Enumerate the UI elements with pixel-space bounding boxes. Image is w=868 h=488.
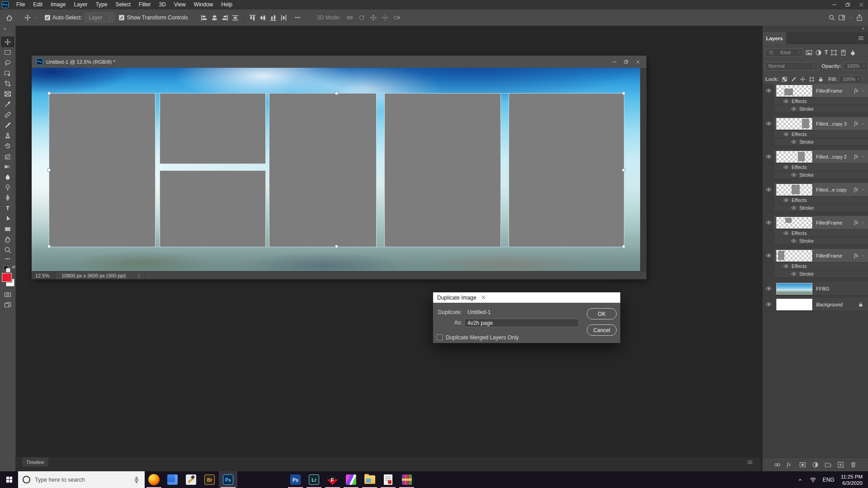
wifi-icon[interactable] xyxy=(810,476,816,483)
pen-tool[interactable] xyxy=(1,192,14,203)
collapse-effects-icon[interactable] xyxy=(861,221,865,225)
menu-image[interactable]: Image xyxy=(47,0,70,9)
clock[interactable]: 11:25 PM 6/3/2020 xyxy=(841,474,863,486)
layer-sub-row-stroke[interactable]: Stroke xyxy=(763,237,868,245)
layer-row-background[interactable]: Background xyxy=(763,298,868,311)
microphone-icon[interactable] xyxy=(133,476,140,483)
taskbar-app-adobe-bridge[interactable]: Br xyxy=(200,471,219,488)
blur-tool[interactable] xyxy=(1,172,14,182)
spot-healing-brush-tool[interactable] xyxy=(1,109,14,120)
filter-shape-icon[interactable] xyxy=(830,49,837,56)
eye-icon[interactable] xyxy=(766,286,772,291)
minimize-window-icon[interactable] xyxy=(827,0,841,9)
layer-name[interactable]: FilledFrame xyxy=(816,253,854,258)
filter-smart-object-icon[interactable] xyxy=(840,49,847,56)
eyedropper-tool[interactable] xyxy=(1,99,14,109)
foreground-color-swatch[interactable] xyxy=(2,273,12,282)
eye-icon[interactable] xyxy=(766,121,772,127)
adjustment-layer-icon[interactable] xyxy=(812,461,819,468)
layer-row-filledframe[interactable]: FilledFramefx xyxy=(763,216,868,230)
dialog-close-icon[interactable] xyxy=(481,295,486,300)
edit-toolbar-icon[interactable]: ••• xyxy=(5,257,10,264)
transform-handle[interactable] xyxy=(335,92,338,95)
align-horizontal-centers-icon[interactable] xyxy=(211,14,218,21)
eraser-tool[interactable] xyxy=(1,151,14,161)
object-selection-tool[interactable] xyxy=(1,68,14,78)
distribute-vertical-icon[interactable] xyxy=(280,14,287,21)
layer-fx-badge[interactable]: fx xyxy=(854,252,858,259)
collapse-effects-icon[interactable] xyxy=(861,188,865,192)
merged-layers-checkbox[interactable] xyxy=(437,334,443,340)
transform-handle[interactable] xyxy=(622,92,625,95)
layer-thumbnail[interactable] xyxy=(776,283,812,295)
auto-select-checkbox[interactable]: ✓ xyxy=(45,15,50,20)
align-top-edges-icon[interactable] xyxy=(249,14,256,21)
layer-thumbnail[interactable] xyxy=(776,184,812,196)
layer-fx-badge[interactable]: fx xyxy=(854,186,858,193)
rectangular-marquee-tool[interactable] xyxy=(1,47,14,57)
transform-handle[interactable] xyxy=(47,169,51,172)
taskbar-app-paint-3d[interactable] xyxy=(342,471,360,488)
gradient-tool[interactable] xyxy=(1,161,14,172)
layer-row-ffbg[interactable]: FFBG xyxy=(763,282,868,296)
doc-close-icon[interactable] xyxy=(632,58,644,66)
layer-sub-row-effects[interactable]: Effects xyxy=(763,98,868,105)
menu-layer[interactable]: Layer xyxy=(70,0,91,9)
default-colors-icon[interactable]: ⇄ xyxy=(4,266,12,272)
layer-name[interactable]: Filled...e copy xyxy=(816,187,854,192)
chevron-down-icon[interactable] xyxy=(34,15,39,20)
menu-edit[interactable]: Edit xyxy=(29,0,47,9)
eye-icon[interactable] xyxy=(766,220,772,225)
taskbar-app-firefox[interactable] xyxy=(145,471,163,488)
tab-timeline[interactable]: Timeline xyxy=(22,457,48,467)
layer-fx-badge[interactable]: fx xyxy=(854,87,858,94)
layer-name[interactable]: Filled...copy 3 xyxy=(816,121,854,127)
layer-thumbnail[interactable] xyxy=(776,299,812,310)
history-brush-tool[interactable] xyxy=(1,141,14,151)
layer-thumbnail[interactable] xyxy=(776,118,812,130)
share-icon[interactable] xyxy=(856,14,863,21)
lock-transparency-icon[interactable] xyxy=(782,76,788,82)
zoom-tool[interactable] xyxy=(1,244,14,255)
menu-window[interactable]: Window xyxy=(190,0,217,9)
lock-paint-icon[interactable] xyxy=(791,76,797,82)
lock-artboard-icon[interactable] xyxy=(809,76,815,82)
collapse-tools-icon[interactable]: » xyxy=(0,26,15,32)
layer-name[interactable]: FFBG xyxy=(816,286,868,291)
layer-sub-row-stroke[interactable]: Stroke xyxy=(763,270,868,278)
align-bottom-edges-icon[interactable] xyxy=(270,14,277,21)
tools-grip[interactable]: |||||||| xyxy=(3,32,13,37)
home-icon[interactable] xyxy=(5,14,13,22)
layer-sub-row-stroke[interactable]: Stroke xyxy=(763,171,868,179)
hidden-icons-chevron-icon[interactable] xyxy=(797,477,803,483)
align-vertical-centers-icon[interactable] xyxy=(259,14,266,21)
add-layer-mask-icon[interactable] xyxy=(799,461,806,468)
layer-row-filled-e-copy[interactable]: Filled...e copyfx xyxy=(763,183,868,197)
3d-roll-icon[interactable] xyxy=(358,14,365,21)
hand-tool[interactable] xyxy=(1,234,14,244)
collapse-effects-icon[interactable] xyxy=(861,122,865,126)
clone-stamp-tool[interactable] xyxy=(1,130,14,141)
more-options-icon[interactable]: ••• xyxy=(295,15,301,20)
rectangle-tool[interactable] xyxy=(1,224,14,234)
layer-thumbnail[interactable] xyxy=(776,217,812,229)
timeline-menu-icon[interactable] xyxy=(747,459,753,471)
delete-layer-icon[interactable] xyxy=(850,461,857,468)
layer-thumbnail[interactable] xyxy=(776,250,812,262)
filter-type-icon[interactable]: T xyxy=(825,49,828,56)
swap-colors-icon[interactable]: ⇄ xyxy=(12,265,15,269)
restore-window-icon[interactable] xyxy=(841,0,854,9)
layer-fx-badge[interactable]: fx xyxy=(854,120,858,127)
move-tool[interactable] xyxy=(1,37,14,47)
eye-icon[interactable] xyxy=(766,88,772,94)
type-tool[interactable]: T xyxy=(1,203,14,213)
filter-toggle-icon[interactable] xyxy=(849,49,856,56)
new-layer-icon[interactable] xyxy=(837,461,844,468)
menu-help[interactable]: Help xyxy=(217,0,236,9)
blend-mode-dropdown[interactable]: Normal xyxy=(765,62,818,70)
taskbar-app-photoshop-2[interactable]: Ps xyxy=(286,471,305,488)
transform-selection-box[interactable] xyxy=(49,93,624,247)
layer-sub-row-effects[interactable]: Effects xyxy=(763,230,868,237)
layer-filter-dropdown[interactable]: Kind xyxy=(765,48,803,57)
collapse-effects-icon[interactable] xyxy=(861,155,865,159)
